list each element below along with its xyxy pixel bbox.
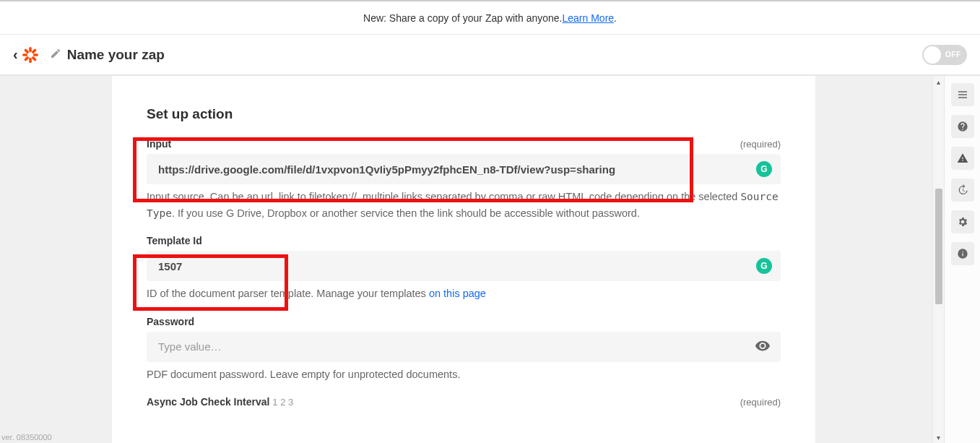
input-help-text: Input source. Can be an url, link to fil… (147, 189, 781, 222)
announcement-banner: New: Share a copy of your Zap with anyon… (0, 0, 980, 35)
template-id-help-text: ID of the document parser template. Mana… (147, 285, 781, 302)
template-id-field-group: Template Id 1507 G ID of the document pa… (147, 235, 781, 302)
banner-text: New: Share a copy of your Zap with anyon… (363, 12, 562, 24)
outline-icon[interactable] (951, 83, 974, 106)
back-chevron-icon[interactable]: ‹ (13, 46, 18, 63)
banner-learn-more-link[interactable]: Learn More (563, 12, 615, 24)
edit-title-icon[interactable] (50, 48, 61, 62)
content-scrollbar-thumb[interactable] (935, 189, 942, 304)
zapier-logo-icon[interactable] (22, 47, 38, 63)
toggle-knob (924, 46, 941, 64)
svg-rect-4 (31, 48, 37, 53)
password-placeholder: Type value… (158, 340, 222, 353)
main-area: Set up action Input (required) https://d… (0, 75, 980, 443)
toggle-off-label: OFF (945, 51, 961, 59)
input-field-group: Input (required) https://drive.google.co… (147, 138, 781, 222)
scroll-down-icon[interactable]: ▾ (932, 431, 944, 443)
password-field-group: Password Type value… PDF document passwo… (147, 316, 781, 383)
password-field[interactable]: Type value… (147, 332, 781, 362)
svg-rect-7 (31, 56, 37, 61)
svg-rect-5 (24, 56, 30, 61)
svg-rect-0 (29, 47, 32, 52)
right-rail (944, 76, 980, 443)
template-page-link[interactable]: on this page (429, 288, 486, 299)
password-label: Password (147, 316, 781, 327)
grammarly-icon[interactable]: G (756, 161, 772, 177)
svg-rect-6 (24, 48, 30, 53)
input-label: Input (147, 138, 171, 150)
template-id-field[interactable]: 1507 G (147, 251, 781, 281)
scroll-up-icon[interactable]: ▴ (932, 76, 944, 87)
async-required-tag: (required) (740, 397, 781, 408)
banner-text-after: . (614, 12, 617, 24)
action-setup-panel: Set up action Input (required) https://d… (111, 76, 816, 443)
input-url-field[interactable]: https://drive.google.com/file/d/1vxpvon1… (147, 154, 781, 184)
input-required-tag: (required) (740, 139, 781, 150)
info-icon[interactable] (951, 242, 974, 265)
visibility-icon[interactable] (755, 337, 771, 356)
template-id-value: 1507 (158, 260, 182, 272)
content-scrollbar-track[interactable]: ▴ ▾ (932, 76, 944, 443)
zap-title[interactable]: Name your zap (67, 47, 165, 63)
help-icon[interactable] (951, 115, 974, 138)
grammarly-icon[interactable]: G (756, 258, 772, 274)
settings-icon[interactable] (951, 210, 974, 233)
zap-enable-toggle[interactable]: OFF (922, 45, 967, 65)
input-url-value: https://drive.google.com/file/d/1vxpvon1… (158, 163, 615, 176)
template-id-label: Template Id (147, 235, 781, 246)
section-title: Set up action (147, 106, 781, 122)
async-field-group: Async Job Check Interval 1 2 3 (required… (147, 396, 781, 412)
svg-rect-2 (22, 53, 27, 56)
warning-icon[interactable] (951, 147, 974, 170)
svg-rect-1 (29, 57, 32, 62)
version-text: ver. 08350000 (1, 433, 52, 442)
history-icon[interactable] (951, 179, 974, 202)
header-bar: ‹ Name your zap OFF (0, 35, 980, 75)
async-label: Async Job Check Interval 1 2 3 (147, 396, 293, 408)
password-help-text: PDF document password. Leave empty for u… (147, 366, 781, 383)
svg-rect-3 (32, 53, 38, 56)
